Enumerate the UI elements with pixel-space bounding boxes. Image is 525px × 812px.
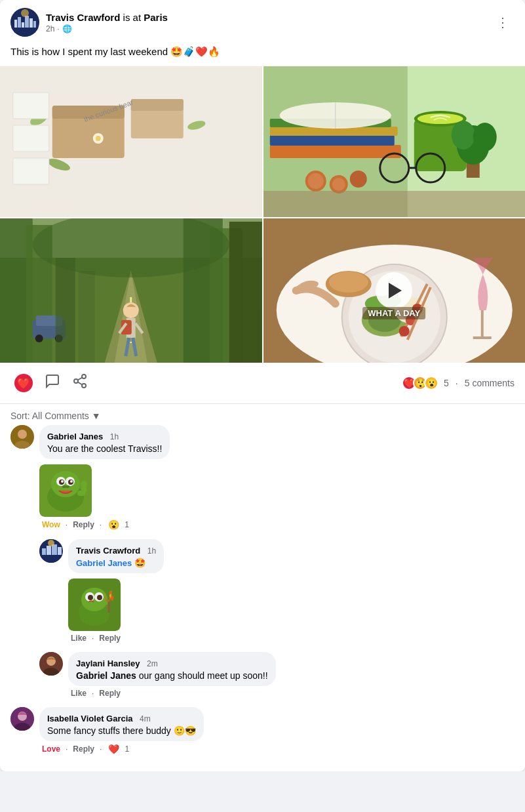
jaylani-text-after: our gang should meet up soon!! [139, 670, 268, 681]
svg-point-79 [399, 326, 409, 336]
travis-mention[interactable]: Gabriel Janes [76, 558, 132, 568]
travis-reply-body: Travis Crawford 1h Gabriel Janes 🤩 [68, 539, 515, 643]
travis-reply-button[interactable]: Reply [99, 634, 121, 643]
comment-gabriel: Gabriel Janes 1h You are the coolest Tra… [10, 425, 515, 530]
isabella-reaction-count: 1 [125, 744, 129, 754]
post-text: This is how I spent my last weekend 🤩🧳❤️… [0, 45, 525, 66]
svg-rect-23 [13, 92, 49, 119]
comment-button[interactable] [41, 369, 64, 397]
sort-bar[interactable]: Sort: All Comments ▼ [0, 404, 525, 425]
svg-rect-26 [269, 145, 400, 158]
reactions-bar: ❤️ ❤️ [0, 363, 525, 404]
svg-point-104 [61, 480, 64, 483]
reactions-count: 5 [444, 378, 449, 388]
svg-point-41 [473, 123, 496, 152]
gabriel-time: 1h [110, 432, 119, 441]
isabella-love-button[interactable]: Love [42, 744, 60, 754]
svg-rect-7 [10, 28, 39, 37]
comments-count[interactable]: 5 comments [465, 378, 515, 388]
jaylani-avatar [39, 652, 63, 676]
svg-point-8 [21, 9, 29, 17]
jaylani-reply-bubble: Jaylani Hansley 2m Gabriel Janes our gan… [68, 652, 276, 686]
svg-rect-115 [58, 547, 62, 556]
svg-point-90 [74, 379, 78, 383]
gabriel-comment-bubble: Gabriel Janes 1h You are the coolest Tra… [39, 425, 170, 459]
gabriel-comment-body: Gabriel Janes 1h You are the coolest Tra… [39, 425, 515, 530]
grid-cell-food-video[interactable]: WHAT A DAY [263, 218, 526, 363]
svg-rect-47 [263, 191, 526, 217]
comment-icon [45, 373, 60, 393]
svg-point-123 [88, 595, 93, 600]
isabella-avatar [10, 707, 34, 731]
svg-rect-54 [229, 222, 262, 363]
travis-reply-image [68, 579, 121, 631]
svg-rect-2 [18, 17, 21, 29]
author-line: Travis Crawford is at Paris [46, 12, 168, 23]
video-play-button[interactable] [376, 272, 412, 309]
jaylani-like-button[interactable]: Like [71, 689, 87, 698]
jaylani-author[interactable]: Jaylani Hansley [76, 659, 140, 668]
author-name[interactable]: Travis Crawford [46, 12, 120, 23]
gabriel-text: You are the coolest Traviss!! [47, 443, 162, 454]
gabriel-reply-button[interactable]: Reply [73, 520, 94, 529]
sort-label[interactable]: Sort: All Comments ▼ [10, 411, 101, 421]
separator: · [456, 378, 458, 388]
share-button[interactable] [68, 369, 92, 397]
svg-rect-69 [79, 271, 95, 363]
gabriel-reaction-count: 1 [125, 520, 129, 529]
isabella-avatar-inner [10, 707, 34, 731]
gabriel-author[interactable]: Gabriel Janes [47, 432, 103, 441]
svg-rect-84 [473, 336, 491, 339]
svg-rect-4 [25, 16, 29, 29]
gabriel-avatar-inner [10, 425, 34, 449]
gabriel-reaction-emoji: 😮 [108, 519, 119, 530]
svg-point-89 [82, 375, 86, 378]
svg-point-124 [97, 595, 102, 600]
jaylani-bold-mention[interactable]: Gabriel Janes [76, 670, 136, 681]
grid-cell-coffee[interactable] [263, 66, 526, 217]
svg-rect-83 [480, 310, 483, 336]
svg-point-110 [81, 481, 87, 487]
isabella-comment-actions: Love · Reply · ❤️ 1 [39, 744, 515, 754]
post-location[interactable]: Paris [144, 12, 168, 23]
svg-line-93 [78, 378, 83, 380]
grid-cell-craft[interactable]: the curious bear [0, 66, 262, 217]
comments-section: Gabriel Janes 1h You are the coolest Tra… [0, 425, 525, 771]
travis-avatar-inner [39, 539, 63, 563]
svg-point-95 [18, 430, 27, 439]
travis-reply: Travis Crawford 1h Gabriel Janes 🤩 [39, 539, 515, 643]
grid-cell-forest[interactable] [0, 218, 262, 363]
post-time-line: 2h · 🌐 [46, 24, 168, 33]
travis-reply-avatar [39, 539, 63, 563]
travis-reply-text: Gabriel Janes 🤩 [76, 558, 156, 568]
gabriel-wow-button[interactable]: Wow [42, 520, 60, 529]
heart-icon: ❤️ [14, 374, 33, 392]
jaylani-time: 2m [147, 659, 158, 668]
surprised-emoji: 😮 [424, 376, 438, 390]
isabella-text: Some fancy stuffs there buddy 🙂😎 [47, 725, 196, 736]
more-options-button[interactable]: ⋮ [491, 13, 515, 31]
isabella-comment-bubble: Isabella Violet Garcia 4m Some fancy stu… [39, 707, 204, 741]
svg-point-45 [332, 178, 345, 191]
travis-like-button[interactable]: Like [71, 634, 87, 643]
svg-rect-21 [13, 125, 49, 152]
dot-5: · [66, 744, 68, 754]
jaylani-reply-button[interactable]: Reply [99, 689, 121, 698]
is-at-text: is at [123, 12, 142, 23]
isabella-author[interactable]: Isabella Violet Garcia [47, 714, 133, 723]
share-icon [72, 373, 88, 393]
travis-reply-author[interactable]: Travis Crawford [76, 546, 140, 556]
isabella-reply-button[interactable]: Reply [73, 744, 94, 754]
svg-rect-5 [29, 18, 33, 29]
svg-point-105 [70, 480, 73, 483]
dot-6: · [100, 744, 102, 754]
svg-rect-116 [39, 555, 63, 563]
header-left: Travis Crawford is at Paris 2h · 🌐 [10, 8, 168, 37]
heart-reaction-button[interactable]: ❤️ [10, 370, 37, 396]
jaylani-text: Gabriel Janes our gang should meet up so… [76, 670, 268, 681]
svg-point-91 [82, 384, 86, 388]
dot-separator: · [57, 24, 59, 33]
post-meta: Travis Crawford is at Paris 2h · 🌐 [46, 12, 168, 33]
svg-rect-68 [56, 258, 75, 363]
avatar-image [10, 8, 39, 37]
